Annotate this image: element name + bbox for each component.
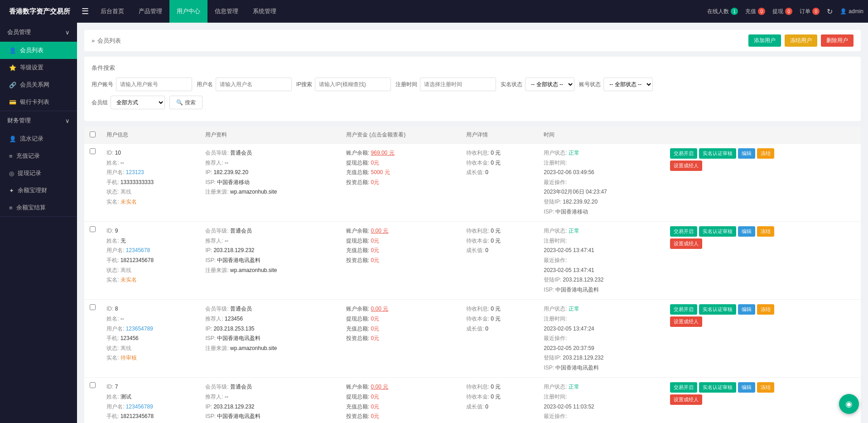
real-auth-button[interactable]: 实名认证审核 [699, 382, 736, 393]
nav-backend-home[interactable]: 后台首页 [93, 0, 131, 23]
add-user-button[interactable]: 添加用户 [748, 34, 781, 47]
sidebar-item-yuebao-settle[interactable]: ≡ 余额宝结算 [0, 199, 77, 216]
balance-link[interactable]: 969.00 元 [371, 150, 395, 156]
float-action-button[interactable]: ◉ [839, 394, 859, 414]
finance-section-title[interactable]: 财务管理 ∨ [0, 111, 77, 130]
user-detail-cell: 待收利息: 0 元 待收本金: 0 元 成长值: 0 [461, 378, 539, 423]
action-cell: 交易开启 实名认证审核 编辑 冻结 设置成经人 [665, 222, 861, 300]
withdraw-count[interactable]: 提现 0 [772, 8, 792, 15]
time-cell: 用户状态: 正常 注册时间:2023-02-06 03:49:56 最近操作:2… [538, 144, 665, 222]
user-profile-cell: 会员等级: 普通会员 推荐人: -- IP: 203.218.129.232 I… [200, 222, 340, 300]
delete-user-button[interactable]: 删除用户 [821, 34, 854, 47]
edit-button[interactable]: 编辑 [738, 226, 755, 237]
order-count[interactable]: 订单 0 [800, 8, 820, 15]
withdraw-records-icon: ◎ [9, 170, 14, 177]
nav-user-center[interactable]: 用户中心 [169, 0, 207, 23]
nav-product-management[interactable]: 产品管理 [131, 0, 169, 23]
account-status-label: 账号状态 [579, 81, 601, 88]
select-all-checkbox[interactable] [90, 131, 96, 137]
sidebar-item-level-settings[interactable]: ⭐ 等级设置 [0, 59, 77, 76]
withdraw-label: 提现 [772, 8, 783, 15]
freeze-user-button[interactable]: 冻结用户 [785, 34, 817, 47]
account-label: 用户账号 [92, 81, 113, 88]
set-staff-button[interactable]: 设置成经人 [670, 394, 702, 405]
username-input[interactable] [216, 78, 292, 91]
edit-button[interactable]: 编辑 [738, 304, 755, 315]
finance-section-label: 财务管理 [7, 117, 31, 125]
level-settings-icon: ⭐ [9, 64, 16, 71]
row-checkbox[interactable] [90, 226, 96, 232]
admin-menu[interactable]: 👤 admin [840, 8, 863, 15]
sidebar-item-member-list[interactable]: 👤 会员列表 [0, 42, 77, 59]
trade-open-button[interactable]: 交易开启 [670, 382, 697, 393]
member-list-icon: 👤 [9, 47, 16, 54]
online-count[interactable]: 在线人数 1 [707, 8, 738, 15]
username-link[interactable]: 123654789 [126, 326, 153, 332]
sidebar-item-yuebao-finance[interactable]: ✦ 余额宝理财 [0, 182, 77, 199]
search-title: 条件搜索 [92, 64, 854, 72]
freeze-button[interactable]: 冻结 [757, 148, 774, 159]
sidebar-item-flow-records[interactable]: 👤 流水记录 [0, 130, 77, 147]
edit-button[interactable]: 编辑 [738, 382, 755, 393]
real-status-select[interactable]: -- 全部状态 -- [525, 78, 574, 91]
set-staff-button[interactable]: 设置成经人 [670, 160, 702, 171]
level-settings-label: 等级设置 [20, 63, 43, 72]
regtime-input[interactable] [420, 78, 496, 91]
table-row: ID: 7 姓名: 测试 用户名: 123456789 手机: 18212345… [84, 378, 861, 423]
set-staff-button[interactable]: 设置成经人 [670, 316, 702, 327]
balance-link[interactable]: 0.00 元 [371, 384, 389, 390]
table-row: ID: 9 姓名: 无 用户名: 12345678 手机: 1821234567… [84, 222, 861, 300]
member-section-title[interactable]: 会员管理 ∨ [0, 23, 77, 42]
user-info-cell: ID: 7 姓名: 测试 用户名: 123456789 手机: 18212345… [101, 378, 200, 423]
flow-records-icon: 👤 [9, 136, 16, 142]
row-checkbox[interactable] [90, 304, 96, 310]
nav-system-management[interactable]: 系统管理 [246, 0, 284, 23]
sidebar-item-withdraw-records[interactable]: ◎ 提现记录 [0, 165, 77, 182]
sidebar: 会员管理 ∨ 👤 会员列表 ⭐ 等级设置 🔗 会员关系网 💳 银行卡列表 财务管… [0, 23, 77, 423]
sidebar-item-recharge-records[interactable]: ≡ 充值记录 [0, 147, 77, 165]
sidebar-item-member-network[interactable]: 🔗 会员关系网 [0, 76, 77, 93]
edit-button[interactable]: 编辑 [738, 148, 755, 159]
action-cell: 交易开启 实名认证审核 编辑 冻结 设置成经人 [665, 300, 861, 378]
search-btn-label: 搜索 [185, 99, 196, 107]
username-link[interactable]: 123123 [126, 169, 144, 175]
row-checkbox-cell [84, 222, 101, 300]
member-group-field: 会员组 全部方式 [92, 96, 165, 109]
hamburger-icon[interactable]: ☰ [77, 6, 93, 16]
username-field: 用户名 [197, 78, 292, 91]
freeze-button[interactable]: 冻结 [757, 382, 774, 393]
th-user-profile: 用户资料 [200, 126, 340, 144]
balance-link[interactable]: 0.00 元 [371, 228, 389, 234]
search-button[interactable]: 🔍 搜索 [169, 96, 203, 109]
trade-open-button[interactable]: 交易开启 [670, 148, 697, 159]
real-auth-button[interactable]: 实名认证审核 [699, 148, 736, 159]
nav-info-management[interactable]: 信息管理 [207, 0, 246, 23]
recharge-count[interactable]: 充值 0 [745, 8, 765, 15]
username-link[interactable]: 12345678 [126, 247, 150, 253]
trade-open-button[interactable]: 交易开启 [670, 226, 697, 237]
sidebar-item-bank-list[interactable]: 💳 银行卡列表 [0, 93, 77, 111]
balance-link[interactable]: 0.00 元 [371, 306, 389, 312]
bank-list-icon: 💳 [9, 99, 16, 106]
ip-input[interactable] [315, 78, 391, 91]
refresh-icon[interactable]: ↻ [827, 7, 833, 16]
action-cell: 交易开启 实名认证审核 编辑 冻结 设置成经人 [665, 144, 861, 222]
real-auth-button[interactable]: 实名认证审核 [699, 226, 736, 237]
row-checkbox[interactable] [90, 148, 96, 154]
user-detail-cell: 待收利息: 0 元 待收本金: 0 元 成长值: 0 [461, 300, 539, 378]
online-label: 在线人数 [707, 8, 729, 15]
trade-open-button[interactable]: 交易开启 [670, 304, 697, 315]
user-table: 用户信息 用户资料 用户资金 (点击金额查看) 用户详情 时间 ID: 10 姓… [84, 126, 861, 423]
freeze-button[interactable]: 冻结 [757, 304, 774, 315]
username-link[interactable]: 123456789 [126, 404, 153, 410]
freeze-button[interactable]: 冻结 [757, 226, 774, 237]
account-input[interactable] [116, 78, 192, 91]
user-funds-cell: 账户余额: 0.00 元 提现总额: 0元 充值总额: 0元 投资总额: 0元 [341, 378, 461, 423]
set-staff-button[interactable]: 设置成经人 [670, 238, 702, 249]
account-status-select[interactable]: -- 全部状态 -- [603, 78, 653, 91]
recharge-badge: 0 [758, 8, 765, 15]
real-auth-button[interactable]: 实名认证审核 [699, 304, 736, 315]
user-funds-cell: 账户余额: 0.00 元 提现总额: 0元 充值总额: 0元 投资总额: 0元 [341, 300, 461, 378]
row-checkbox[interactable] [90, 382, 96, 388]
member-group-select[interactable]: 全部方式 [111, 96, 165, 109]
